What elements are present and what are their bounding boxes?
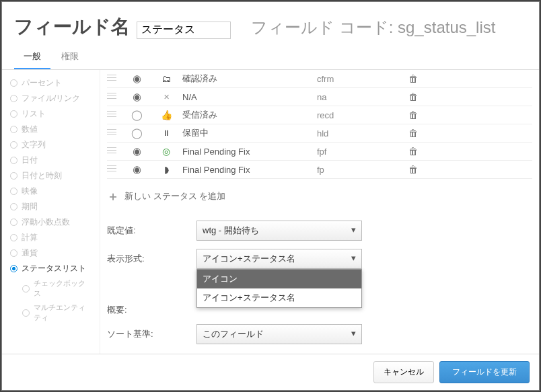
eye-icon[interactable]: [123, 91, 150, 103]
field-config-dialog: フィールド名 フィールド コード: sg_status_list 一般 権限 パ…: [1, 1, 540, 391]
status-icon: [157, 73, 176, 84]
drag-handle-icon[interactable]: [107, 93, 116, 101]
status-icon: [157, 146, 176, 157]
delete-icon[interactable]: [404, 164, 422, 175]
type-number: 数値: [10, 122, 92, 137]
drag-handle-icon[interactable]: [107, 165, 116, 173]
status-name: N/A: [182, 92, 310, 102]
status-name: 確認済み: [182, 73, 310, 85]
status-code: cfrm: [317, 74, 398, 84]
title: フィールド名: [14, 14, 130, 40]
dropdown-item-icon[interactable]: アイコン: [197, 270, 361, 288]
status-icon: [157, 93, 176, 102]
tab-permissions[interactable]: 権限: [52, 45, 88, 69]
main-panel: 確認済み cfrm N/A na 受信済み recd 保留中 hld Final…: [100, 70, 539, 354]
display-label: 表示形式:: [107, 253, 196, 265]
add-status-label: 新しい ステータス を追加: [124, 190, 225, 202]
tabs: 一般 権限: [2, 45, 539, 70]
type-file-link: ファイル/リンク: [10, 91, 92, 106]
status-row[interactable]: 確認済み cfrm: [107, 70, 532, 88]
status-row[interactable]: Final Pending Fix fp: [107, 161, 532, 179]
default-label: 既定値:: [107, 225, 196, 237]
dialog-footer: キャンセル フィールドを更新: [2, 354, 539, 390]
drag-handle-icon[interactable]: [107, 111, 116, 119]
type-checkbox: チェックボックス: [10, 276, 92, 301]
delete-icon[interactable]: [404, 110, 422, 120]
type-sidebar: パーセント ファイル/リンク リスト 数値 文字列 日付 日付と時刻 映像 期間…: [2, 70, 100, 354]
type-duration: 期間: [10, 199, 92, 214]
status-name: Final Pending Fix: [182, 165, 310, 175]
type-footage: 映像: [10, 184, 92, 199]
type-date: 日付: [10, 153, 92, 168]
eye-icon[interactable]: [123, 109, 150, 121]
eye-icon[interactable]: [123, 163, 150, 175]
drag-handle-icon[interactable]: [107, 75, 116, 83]
status-icon: [157, 164, 176, 175]
field-name-input[interactable]: [137, 22, 231, 39]
delete-icon[interactable]: [404, 146, 422, 157]
status-code: fpf: [317, 147, 398, 157]
status-icon: [157, 110, 176, 120]
drag-handle-icon[interactable]: [107, 129, 116, 137]
status-row[interactable]: 受信済み recd: [107, 106, 532, 124]
type-text: 文字列: [10, 137, 92, 153]
eye-icon[interactable]: [123, 73, 150, 85]
sort-label: ソート基準:: [107, 328, 196, 340]
status-row[interactable]: 保留中 hld: [107, 124, 532, 143]
type-percent: パーセント: [10, 75, 92, 91]
display-dropdown: アイコン アイコン+ステータス名: [196, 269, 362, 308]
status-code: hld: [317, 128, 398, 139]
delete-icon[interactable]: [404, 91, 422, 102]
status-code: recd: [317, 110, 398, 120]
eye-icon[interactable]: [123, 145, 150, 157]
status-name: Final Pending Fix: [182, 147, 310, 157]
plus-icon: ＋: [107, 188, 119, 204]
eye-icon[interactable]: [123, 127, 150, 139]
cancel-button[interactable]: キャンセル: [373, 361, 434, 383]
status-row[interactable]: N/A na: [107, 88, 532, 106]
dropdown-item-icon-name[interactable]: アイコン+ステータス名: [197, 288, 361, 307]
display-select[interactable]: アイコン+ステータス名: [196, 249, 362, 269]
add-status-button[interactable]: ＋ 新しい ステータス を追加: [107, 179, 532, 217]
status-code: na: [317, 92, 398, 102]
type-datetime: 日付と時刻: [10, 168, 92, 184]
field-code: フィールド コード: sg_status_list: [251, 17, 495, 38]
tab-general[interactable]: 一般: [14, 45, 50, 69]
drag-handle-icon[interactable]: [107, 147, 116, 155]
type-list: リスト: [10, 106, 92, 122]
delete-icon[interactable]: [404, 73, 422, 84]
type-status-list[interactable]: ステータスリスト: [10, 261, 92, 276]
default-select[interactable]: wtg - 開始待ち: [196, 221, 362, 241]
status-icon: [157, 128, 176, 138]
status-code: fp: [317, 165, 398, 175]
status-name: 受信済み: [182, 109, 310, 121]
dialog-header: フィールド名 フィールド コード: sg_status_list: [2, 2, 539, 45]
type-float: 浮動小数点数: [10, 214, 92, 230]
type-multi-entity: マルチエンティティ: [10, 301, 92, 325]
summary-label: 概要:: [107, 304, 196, 316]
sort-select[interactable]: このフィールド: [196, 324, 362, 344]
type-calculated: 計算: [10, 230, 92, 245]
type-currency: 通貨: [10, 245, 92, 261]
status-row[interactable]: Final Pending Fix fpf: [107, 143, 532, 161]
code-label: フィールド コード:: [251, 18, 393, 36]
code-value: sg_status_list: [398, 18, 495, 36]
delete-icon[interactable]: [404, 128, 422, 139]
status-name: 保留中: [182, 127, 310, 139]
save-button[interactable]: フィールドを更新: [439, 361, 530, 383]
